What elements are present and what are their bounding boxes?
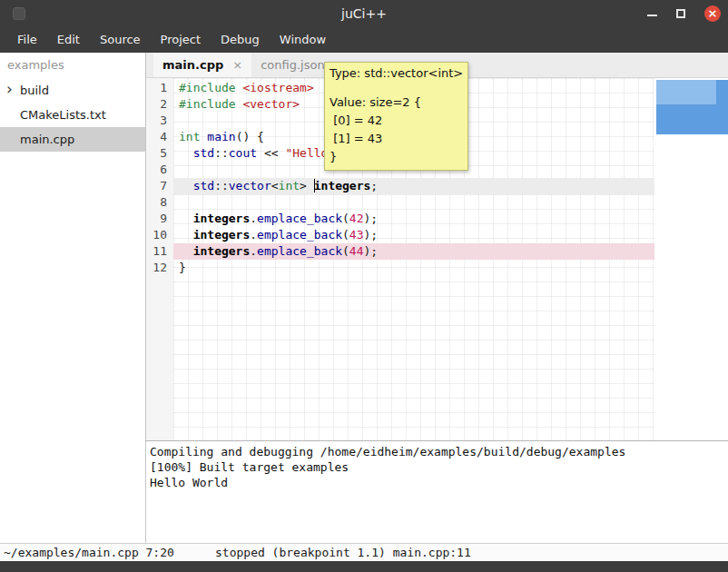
code-token	[179, 244, 193, 258]
line-number[interactable]: 3	[146, 113, 173, 129]
code-token: 43	[349, 228, 364, 242]
tooltip-gap	[330, 82, 463, 94]
line-number[interactable]: 1	[146, 80, 173, 96]
scroll-overview-highlight	[656, 80, 716, 104]
menu-debug[interactable]: Debug	[211, 27, 270, 53]
code-token: (	[342, 244, 349, 258]
minimize-button[interactable]	[647, 15, 657, 16]
code-token: int	[179, 130, 200, 143]
debug-value-tooltip: Type: std::vector<int> Value: size=2 { […	[324, 62, 468, 171]
code-line[interactable]: integers.emplace_back(42);	[173, 211, 654, 227]
code-token: integers	[314, 179, 371, 192]
line-number[interactable]: 7	[146, 178, 173, 194]
tooltip-type-line: Type: std::vector<int>	[330, 65, 463, 82]
code-token: #include	[179, 97, 242, 111]
tab-label: config.json	[261, 58, 325, 72]
code-token: (	[342, 212, 349, 225]
code-line[interactable]: integers.emplace_back(43);	[173, 227, 654, 243]
line-number[interactable]: 8	[146, 194, 173, 211]
bottom-window-edge	[0, 561, 728, 572]
code-token: integers	[193, 244, 251, 258]
code-line[interactable]	[173, 194, 654, 211]
tooltip-value-line: Value: size=2 {	[330, 94, 463, 112]
code-token	[179, 228, 193, 242]
code-token: 44	[349, 244, 364, 258]
tree-item-main-cpp[interactable]: main.cpp	[0, 127, 145, 152]
menu-window[interactable]: Window	[270, 27, 336, 53]
code-token: ;	[370, 179, 378, 192]
code-token: main	[207, 130, 235, 143]
tooltip-value-line: }	[330, 148, 463, 166]
restore-button[interactable]	[676, 9, 685, 18]
code-token: cout	[229, 146, 257, 160]
line-number[interactable]: 11	[146, 243, 173, 260]
tooltip-value-lines: Value: size=2 { [0] = 42 [1] = 43}	[330, 94, 463, 166]
code-token: std	[193, 146, 214, 160]
terminal-line: Hello World	[150, 475, 724, 490]
menubar: FileEditSourceProjectDebugWindow	[0, 27, 728, 53]
line-number[interactable]: 6	[146, 162, 173, 178]
code-token: emplace_back	[257, 212, 342, 225]
code-token: );	[364, 228, 379, 242]
code-token: std	[193, 179, 214, 192]
code-token: }	[179, 261, 186, 274]
code-token: <	[271, 179, 279, 192]
tree-item-build[interactable]: ›build	[0, 78, 145, 103]
code-token: 42	[349, 212, 364, 225]
menu-project[interactable]: Project	[151, 27, 211, 53]
code-token: <iostream>	[242, 81, 313, 94]
line-number[interactable]: 10	[146, 227, 173, 243]
line-number[interactable]: 5	[146, 145, 173, 162]
menu-file[interactable]: File	[7, 27, 47, 53]
terminal-line: Compiling and debugging /home/eidheim/ex…	[150, 444, 724, 459]
output-terminal[interactable]: Compiling and debugging /home/eidheim/ex…	[146, 440, 728, 543]
code-token: .	[250, 244, 257, 258]
code-token: emplace_back	[257, 228, 342, 242]
code-token: ::	[214, 179, 229, 192]
code-token: );	[364, 212, 379, 225]
code-token: () {	[236, 130, 264, 143]
project-name: examples	[0, 53, 145, 78]
code-token: <<	[257, 146, 285, 160]
status-debug-state: stopped (breakpoint 1.1) main.cpp:11	[215, 544, 471, 561]
chevron-right-icon[interactable]: ›	[6, 78, 13, 101]
line-number[interactable]: 9	[146, 211, 173, 227]
code-token: );	[364, 244, 379, 258]
file-tree: ›buildCMakeLists.txtmain.cpp	[0, 78, 145, 152]
code-token	[179, 179, 193, 192]
tree-item-label: main.cpp	[20, 133, 74, 146]
statusbar: ~/examples/main.cpp 7:20 stopped (breakp…	[0, 543, 728, 561]
titlebar: juCi++ ×	[0, 0, 728, 27]
code-token: emplace_back	[257, 244, 342, 258]
close-tab-icon[interactable]: ×	[232, 58, 242, 72]
code-token: .	[250, 228, 257, 242]
code-token: integers	[193, 228, 251, 242]
tooltip-value-line: [1] = 43	[330, 130, 463, 148]
code-token: .	[250, 212, 257, 225]
close-button[interactable]: ×	[704, 5, 721, 22]
code-line[interactable]: integers.emplace_back(44);	[173, 243, 654, 260]
code-token: <vector>	[242, 97, 300, 111]
window-title: juCi++	[0, 0, 728, 27]
line-number[interactable]: 2	[146, 96, 173, 113]
menu-source[interactable]: Source	[90, 27, 151, 53]
scroll-overview[interactable]	[656, 80, 728, 134]
gutter[interactable]: 123456789101112	[146, 78, 173, 440]
tab-main-cpp[interactable]: main.cpp×	[153, 53, 251, 77]
code-line[interactable]: std::vector<int> integers;	[173, 178, 654, 194]
tree-item-cmakelists-txt[interactable]: CMakeLists.txt	[0, 103, 145, 127]
close-icon: ×	[704, 5, 721, 21]
code-token: (	[342, 228, 349, 242]
code-token: #include	[179, 81, 242, 94]
code-token: ::	[214, 146, 229, 160]
code-token	[179, 146, 193, 160]
menu-edit[interactable]: Edit	[47, 27, 90, 53]
code-token: integers	[193, 212, 251, 225]
juci-window: juCi++ × FileEditSourceProjectDebugWindo…	[0, 0, 728, 572]
sidebar: examples ›buildCMakeLists.txtmain.cpp	[0, 53, 146, 543]
code-token: >	[300, 179, 314, 192]
line-number[interactable]: 12	[146, 260, 173, 276]
code-line[interactable]: }	[173, 260, 654, 276]
tree-item-label: CMakeLists.txt	[20, 108, 106, 122]
line-number[interactable]: 4	[146, 129, 173, 145]
